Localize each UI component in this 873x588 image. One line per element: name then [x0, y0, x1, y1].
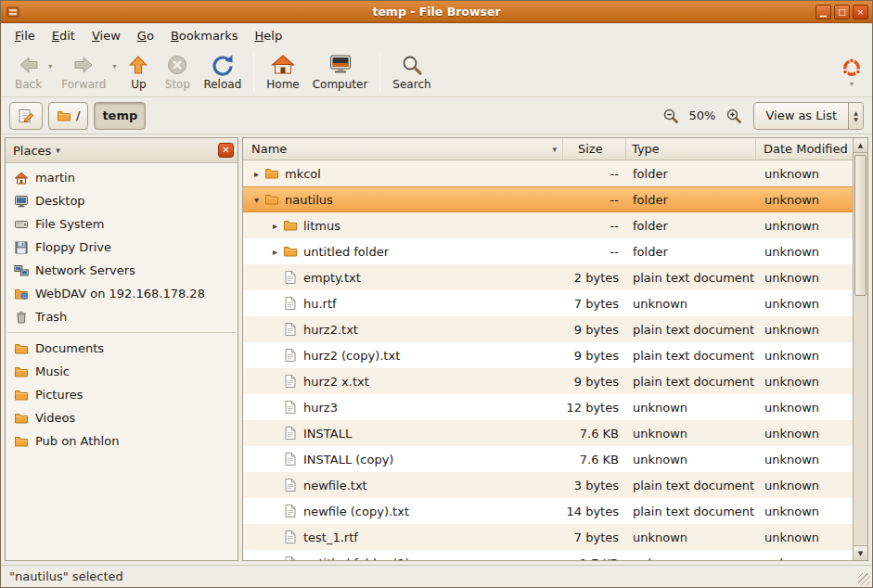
path-button-root[interactable]: / — [48, 102, 88, 130]
file-row-test-1-rtf[interactable]: test_1.rtf7 bytesunknownunknown — [243, 524, 853, 550]
toggle-location-entry-button[interactable] — [9, 102, 43, 130]
file-icon — [283, 426, 298, 441]
file-name: newfile.txt — [303, 479, 367, 492]
computer-button[interactable]: Computer — [306, 51, 375, 93]
path-button-current[interactable]: temp — [94, 102, 146, 130]
up-button[interactable]: Up — [119, 51, 158, 93]
sidebar-item-file-system[interactable]: File System — [6, 212, 238, 236]
column-header-type[interactable]: Type — [626, 138, 756, 160]
stop-button[interactable]: Stop — [158, 51, 197, 93]
file-row-nautilus[interactable]: ▾nautilus--folderunknown — [243, 186, 853, 212]
sidebar-item-pictures[interactable]: Pictures — [6, 383, 238, 406]
reload-label: Reload — [203, 78, 241, 91]
scroll-down-icon[interactable]: ▼ — [854, 545, 867, 560]
resize-grip[interactable] — [858, 573, 870, 585]
file-type: plain text document — [626, 375, 756, 389]
file-row-untitled-folder-2[interactable]: untitled folder (2)1.7 KBunknownunknown — [243, 550, 853, 560]
file-row-install[interactable]: INSTALL7.6 KBunknownunknown — [243, 420, 853, 446]
sidebar-item-pub-on-athlon[interactable]: Pub on Athlon — [6, 429, 238, 453]
path-root-label: / — [76, 109, 80, 122]
file-row-litmus[interactable]: ▸litmus--folderunknown — [243, 212, 853, 238]
column-header-size[interactable]: Size — [563, 138, 626, 160]
file-type: folder — [626, 245, 756, 259]
column-header-name[interactable]: Name ▾ — [243, 138, 563, 160]
file-row-empty-txt[interactable]: empty.txt2 bytesplain text documentunkno… — [243, 264, 853, 290]
maximize-button[interactable]: □ — [834, 5, 850, 19]
sidebar-item-music[interactable]: Music — [6, 360, 238, 383]
file-row-untitled-folder[interactable]: ▸untitled folder--folderunknown — [243, 238, 853, 264]
menu-bookmarks[interactable]: Bookmarks — [162, 26, 247, 45]
column-header-modified[interactable]: Date Modified — [756, 138, 853, 160]
minimize-button[interactable]: ▁ — [815, 5, 831, 19]
scrollbar-track[interactable] — [854, 153, 867, 545]
edit-location-icon — [18, 108, 34, 124]
file-name: hurz3 — [303, 401, 338, 415]
sidebar-item-martin[interactable]: martin — [6, 166, 238, 189]
expander-expanded-icon[interactable]: ▾ — [249, 195, 264, 205]
titlebar[interactable]: temp - File Browser ▁□× — [1, 1, 872, 23]
ubuntu-logo-icon — [841, 57, 863, 79]
expander-collapsed-icon[interactable]: ▸ — [267, 221, 283, 231]
zoom-in-button[interactable] — [724, 106, 744, 126]
file-row-hurz2-txt[interactable]: hurz2.txt9 bytesplain text documentunkno… — [243, 316, 853, 342]
file-row-hu-rtf[interactable]: hu.rtf7 bytesunknownunknown — [243, 290, 853, 316]
column-header-name-label: Name — [251, 142, 287, 156]
places-dropdown-icon: ▾ — [56, 146, 60, 155]
distributor-logo: ▾ — [841, 57, 863, 88]
vertical-scrollbar[interactable]: ▲ ▼ — [853, 138, 867, 560]
sidebar-item-desktop[interactable]: Desktop — [6, 189, 238, 212]
column-header-type-label: Type — [632, 142, 660, 156]
forward-group: Forward▾ — [55, 51, 119, 93]
file-modified: unknown — [756, 479, 853, 492]
scrollbar-thumb[interactable] — [854, 155, 867, 296]
close-sidebar-button[interactable]: ✕ — [218, 143, 234, 158]
up-label: Up — [131, 78, 146, 91]
close-button[interactable]: × — [853, 5, 868, 19]
menu-file[interactable]: File — [6, 26, 44, 45]
file-row-install-copy[interactable]: INSTALL (copy)7.6 KBunknownunknown — [243, 446, 853, 472]
toolbar-overflow-icon[interactable]: ▾ — [850, 80, 854, 88]
menubar: FileEditViewGoBookmarksHelp — [1, 23, 872, 47]
reload-icon — [211, 53, 235, 77]
file-row-newfile-copy-txt[interactable]: newfile (copy).txt14 bytesplain text doc… — [243, 498, 853, 524]
expander-collapsed-icon[interactable]: ▸ — [267, 247, 283, 257]
search-button[interactable]: Search — [386, 51, 437, 93]
sidebar-item-network-servers[interactable]: Network Servers — [6, 259, 238, 282]
expander-collapsed-icon[interactable]: ▸ — [249, 169, 264, 179]
back-button[interactable]: Back — [8, 51, 48, 93]
folder-icon — [14, 411, 29, 426]
menu-go[interactable]: Go — [129, 26, 162, 45]
file-row-mkcol[interactable]: ▸mkcol--folderunknown — [243, 160, 853, 186]
menu-help[interactable]: Help — [247, 26, 291, 45]
zoom-out-button[interactable] — [661, 106, 681, 126]
sidebar-item-videos[interactable]: Videos — [6, 406, 238, 429]
back-dropdown-icon[interactable]: ▾ — [48, 62, 52, 70]
file-icon — [283, 296, 298, 311]
file-row-hurz3[interactable]: hurz312 bytesunknownunknown — [243, 394, 853, 420]
scroll-up-icon[interactable]: ▲ — [854, 138, 867, 153]
sidebar-item-floppy-drive[interactable]: Floppy Drive — [6, 236, 238, 259]
file-name: untitled folder (2) — [303, 556, 410, 561]
file-list: Name ▾ Size Type Date Modified ▸mkcol--f… — [243, 138, 853, 560]
sidebar-item-webdav-on-192-168-178-28[interactable]: WebDAV on 192.168.178.28 — [6, 282, 238, 305]
menu-edit[interactable]: Edit — [44, 26, 83, 45]
file-row-hurz2-copy-txt[interactable]: hurz2 (copy).txt9 bytesplain text docume… — [243, 342, 853, 368]
places-header[interactable]: Places ▾ ✕ — [6, 138, 238, 163]
file-modified: unknown — [756, 245, 853, 259]
folder-icon — [264, 192, 279, 207]
file-row-newfile-txt[interactable]: newfile.txt3 bytesplain text documentunk… — [243, 472, 853, 498]
forward-button[interactable]: Forward — [55, 51, 112, 93]
file-size: -- — [563, 245, 626, 259]
sidebar-item-documents[interactable]: Documents — [6, 337, 238, 360]
view-mode-select[interactable]: View as List ▲▼ — [753, 102, 864, 130]
file-modified: unknown — [756, 271, 853, 285]
home-button[interactable]: Home — [260, 51, 305, 93]
file-row-hurz2-x-txt[interactable]: hurz2 x.txt9 bytesplain text documentunk… — [243, 368, 853, 394]
reload-button[interactable]: Reload — [197, 51, 248, 93]
sidebar-item-trash[interactable]: Trash — [6, 305, 238, 328]
file-icon — [283, 452, 298, 467]
view-mode-stepper-icon[interactable]: ▲▼ — [848, 103, 863, 129]
forward-dropdown-icon[interactable]: ▾ — [112, 62, 116, 70]
folder-icon — [14, 388, 29, 403]
menu-view[interactable]: View — [83, 26, 129, 45]
